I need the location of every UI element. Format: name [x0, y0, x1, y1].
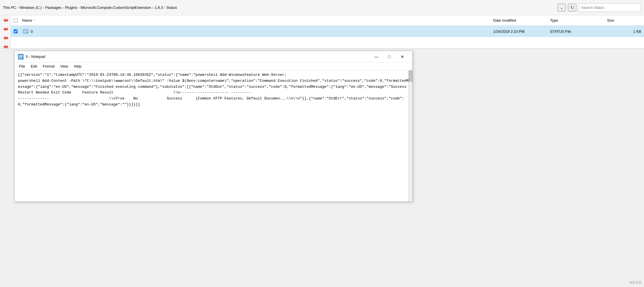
date-column-header[interactable]: Date modified [493, 18, 550, 23]
svg-rect-2 [23, 31, 28, 32]
file-checkbox-col [14, 29, 22, 33]
watermark: 创新互联 [629, 280, 642, 285]
window-controls: — □ ✕ [370, 52, 409, 61]
notepad-content[interactable]: [{"version":"1","timestampUTC":"2019-01-… [15, 70, 412, 201]
breadcrumb-plugins[interactable]: Plugins [65, 5, 77, 10]
breadcrumb-status[interactable]: Status [166, 5, 177, 10]
column-headers: Name ^ Date modified Type Size [0, 15, 644, 26]
file-name: 0 [31, 29, 493, 34]
close-button[interactable]: ✕ [396, 52, 409, 61]
minimize-button[interactable]: — [370, 52, 383, 61]
pin-icon-4[interactable]: 📌 [1, 43, 9, 51]
sep-6: › [164, 5, 165, 10]
breadcrumb-version[interactable]: 1.9.3 [155, 5, 163, 10]
breadcrumb-packages[interactable]: Packages [45, 5, 61, 10]
refresh-button[interactable]: ↻ [568, 4, 576, 11]
sep-2: › [43, 5, 44, 10]
size-column-header[interactable]: Size [607, 18, 641, 23]
pin-icon-3[interactable]: 📌 [1, 34, 9, 42]
file-date: 1/24/2019 2:10 PM [493, 29, 550, 34]
breadcrumb-windows-c[interactable]: Windows (C:) [20, 5, 42, 10]
address-bar-controls: ⌄ ↻ [557, 3, 641, 12]
address-bar: This PC › Windows (C:) › Packages › Plug… [0, 0, 644, 15]
svg-rect-5 [19, 55, 23, 56]
maximize-button[interactable]: □ [383, 52, 396, 61]
notepad-menubar: File Edit Format View Help [15, 62, 412, 70]
menu-view[interactable]: View [58, 64, 71, 69]
name-column-header[interactable]: Name ^ [22, 18, 493, 23]
notepad-scrollbar[interactable] [408, 70, 412, 201]
type-column-header[interactable]: Type [550, 18, 607, 23]
sep-1: › [17, 5, 18, 10]
file-row[interactable]: 0 1/24/2019 2:10 PM STATUS File 1 KB [0, 26, 644, 37]
scrollbar-thumb[interactable] [409, 70, 412, 82]
pin-icon-1[interactable]: 📌 [1, 17, 9, 25]
menu-edit[interactable]: Edit [28, 64, 39, 69]
menu-format[interactable]: Format [40, 64, 57, 69]
file-type-icon [22, 28, 29, 35]
menu-file[interactable]: File [17, 64, 27, 69]
sidebar-icons: 📌 📌 📌 📌 [0, 15, 11, 48]
sep-4: › [78, 5, 79, 10]
notepad-title: 0 - Notepad [26, 54, 370, 59]
select-all-checkbox[interactable] [14, 19, 18, 23]
svg-rect-6 [19, 56, 23, 57]
file-size: 1 KB [607, 29, 641, 34]
sort-arrow: ^ [33, 19, 35, 22]
file-checkbox[interactable] [14, 29, 18, 33]
breadcrumb-this-pc[interactable]: This PC [3, 5, 16, 10]
file-type: STATUS File [550, 29, 607, 34]
menu-help[interactable]: Help [71, 64, 84, 69]
svg-rect-3 [23, 32, 26, 33]
sep-5: › [152, 5, 153, 10]
breadcrumb-path: This PC › Windows (C:) › Packages › Plug… [3, 5, 556, 10]
pin-icon-2[interactable]: 📌 [1, 25, 9, 33]
search-input[interactable] [581, 5, 639, 10]
svg-rect-7 [19, 58, 22, 58]
notepad-titlebar: 0 - Notepad — □ ✕ [15, 51, 412, 62]
sep-3: › [63, 5, 64, 10]
file-explorer: This PC › Windows (C:) › Packages › Plug… [0, 0, 644, 48]
breadcrumb-extension[interactable]: Microsoft.Compute.CustomScriptExtension [81, 5, 151, 10]
search-box[interactable] [579, 3, 641, 12]
notepad-window: 0 - Notepad — □ ✕ File Edit Format View … [14, 51, 413, 202]
notepad-icon [18, 54, 24, 60]
chevron-down-button[interactable]: ⌄ [557, 4, 566, 11]
svg-rect-1 [23, 30, 28, 30]
select-all-checkbox-col [14, 19, 22, 23]
